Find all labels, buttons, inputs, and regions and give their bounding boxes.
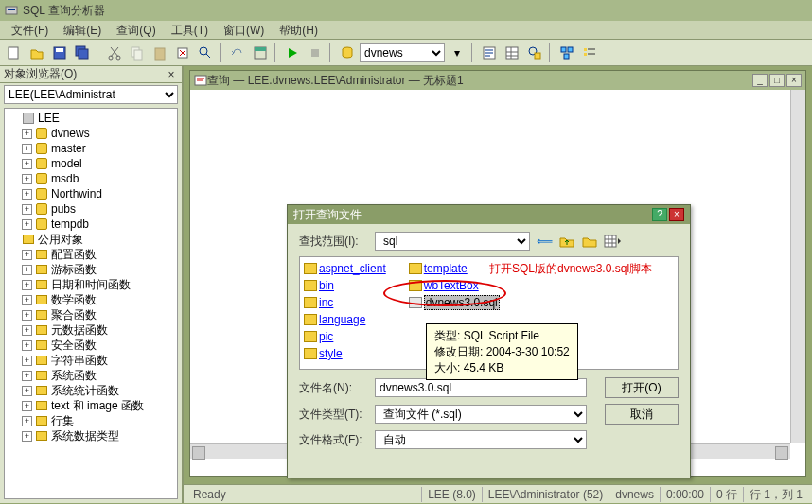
open-button[interactable]: 打开(O)	[605, 377, 679, 398]
app-icon	[4, 3, 19, 18]
dialog-title: 打开查询文件	[293, 207, 362, 223]
svg-rect-16	[311, 49, 319, 57]
menubar: 文件(F) 编辑(E) 查询(Q) 工具(T) 窗口(W) 帮助(H)	[0, 21, 812, 40]
tree-db[interactable]: +master	[7, 141, 175, 156]
database-combo[interactable]: dvnews	[360, 43, 445, 62]
svg-point-13	[200, 47, 207, 55]
view-menu-icon[interactable]	[604, 233, 621, 250]
toolbar: dvnews ▾	[0, 40, 812, 66]
tree-folder[interactable]: +配置函数	[7, 247, 175, 262]
dialog-close-icon[interactable]: ×	[669, 208, 684, 221]
back-icon[interactable]: ⟸	[536, 233, 553, 250]
tree-folder[interactable]: +系统函数	[7, 368, 175, 383]
execute-icon[interactable]	[282, 43, 303, 63]
status-pos: 行 1，列 1	[743, 487, 808, 502]
new-query-icon[interactable]	[4, 43, 25, 63]
svg-rect-26	[584, 53, 587, 56]
tree-server[interactable]: LEE	[7, 111, 175, 126]
tree-folder[interactable]: +数学函数	[7, 292, 175, 307]
filename-input[interactable]	[375, 378, 587, 397]
filetype-combo[interactable]: 查询文件 (*.sql)	[375, 405, 587, 424]
folder-item[interactable]: aspnet_client	[304, 261, 386, 276]
folder-item[interactable]: bin	[304, 278, 386, 293]
stop-icon[interactable]	[305, 43, 326, 63]
tree-folder[interactable]: +text 和 image 函数	[7, 398, 175, 413]
up-folder-icon[interactable]	[558, 233, 575, 250]
menu-edit[interactable]: 编辑(E)	[56, 21, 109, 39]
filetype-label: 文件类型(T):	[299, 407, 369, 423]
maximize-icon[interactable]: □	[769, 74, 785, 87]
object-tree[interactable]: LEE +dvnews +master +model +msdb +Northw…	[4, 108, 178, 499]
tree-db[interactable]: +dvnews	[7, 126, 175, 141]
tree-folder[interactable]: +聚合函数	[7, 307, 175, 322]
folder-item[interactable]: inc	[304, 295, 386, 310]
paste-icon[interactable]	[150, 43, 170, 63]
clear-icon[interactable]	[172, 43, 193, 63]
folder-item[interactable]: language	[304, 312, 386, 327]
results-file-icon[interactable]	[524, 43, 545, 63]
tree-folder[interactable]: +日期和时间函数	[7, 277, 175, 292]
tree-folder[interactable]: +系统统计函数	[7, 383, 175, 398]
svg-rect-2	[9, 47, 18, 59]
menu-tools[interactable]: 工具(T)	[164, 21, 216, 39]
tree-db[interactable]: +msdb	[7, 171, 175, 186]
file-tooltip: 类型: SQL Script File 修改日期: 2004-3-30 10:5…	[426, 323, 578, 380]
folder-item[interactable]: template	[409, 261, 500, 276]
menu-help[interactable]: 帮助(H)	[272, 21, 326, 39]
new-folder-icon[interactable]: *	[581, 233, 598, 250]
tree-folder[interactable]: +安全函数	[7, 338, 175, 353]
tree-folder[interactable]: +系统数据类型	[7, 428, 175, 443]
mode-icon[interactable]	[250, 43, 271, 63]
tree-db[interactable]: +model	[7, 156, 175, 171]
svg-rect-19	[506, 47, 518, 59]
undo-icon[interactable]	[227, 43, 248, 63]
server-combo[interactable]: LEE(LEE\Administrat	[4, 85, 178, 104]
dropdown-arrow-icon[interactable]: ▾	[447, 43, 468, 63]
tree-folder[interactable]: 公用对象	[7, 232, 175, 247]
open-icon[interactable]	[26, 43, 47, 63]
folder-item[interactable]: pic	[304, 329, 386, 344]
status-server: LEE (8.0)	[421, 487, 482, 502]
tree-folder[interactable]: +元数据函数	[7, 322, 175, 338]
svg-rect-11	[155, 48, 165, 60]
minimize-icon[interactable]: _	[752, 74, 768, 87]
find-icon[interactable]	[195, 43, 216, 63]
object-browser: 对象浏览器(O) × LEE(LEE\Administrat LEE +dvne…	[0, 66, 184, 503]
query-window-icon	[194, 74, 207, 87]
save-all-icon[interactable]	[72, 43, 93, 63]
status-ready: Ready	[187, 487, 421, 502]
folder-item[interactable]: style	[304, 346, 386, 361]
object-browser-icon[interactable]	[579, 43, 600, 63]
fileformat-label: 文件格式(F):	[299, 432, 369, 448]
tree-folder[interactable]: +行集	[7, 413, 175, 428]
menu-file[interactable]: 文件(F)	[4, 21, 56, 39]
svg-rect-29	[605, 235, 616, 247]
dialog-help-icon[interactable]: ?	[652, 208, 667, 221]
svg-text:*: *	[591, 235, 596, 242]
svg-rect-23	[568, 47, 573, 52]
cut-icon[interactable]	[104, 43, 125, 63]
file-item-selected[interactable]: dvnews3.0.sql	[409, 295, 500, 310]
close-icon[interactable]: ×	[786, 74, 802, 87]
results-text-icon[interactable]	[479, 43, 500, 63]
menu-query[interactable]: 查询(Q)	[109, 21, 163, 39]
tree-folder[interactable]: +字符串函数	[7, 353, 175, 368]
fileformat-combo[interactable]: 自动	[375, 430, 587, 449]
sidebar-close-icon[interactable]: ×	[165, 68, 178, 81]
tree-db[interactable]: +tempdb	[7, 217, 175, 232]
menu-window[interactable]: 窗口(W)	[216, 21, 272, 39]
tree-db[interactable]: +pubs	[7, 201, 175, 217]
tree-db[interactable]: +Northwind	[7, 186, 175, 201]
annotation-text: 打开SQL版的dvnews3.0.sql脚本	[489, 261, 652, 277]
folder-item[interactable]: wbTextBox	[409, 278, 500, 293]
save-icon[interactable]	[49, 43, 70, 63]
lookin-combo[interactable]: sql	[375, 232, 530, 251]
tree-folder[interactable]: +游标函数	[7, 262, 175, 277]
show-plan-icon[interactable]	[556, 43, 577, 63]
vertical-scrollbar[interactable]	[790, 90, 805, 443]
results-grid-icon[interactable]	[502, 43, 522, 63]
app-title: SQL 查询分析器	[23, 3, 105, 19]
cancel-button[interactable]: 取消	[605, 404, 679, 425]
copy-icon[interactable]	[127, 43, 148, 63]
svg-rect-24	[564, 54, 569, 59]
